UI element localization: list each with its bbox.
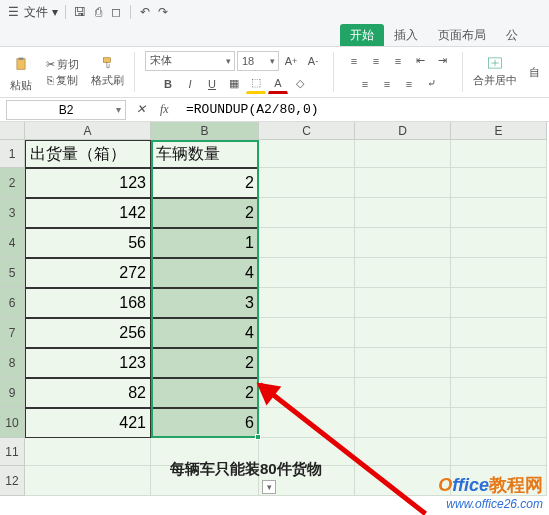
cell-c2[interactable] <box>259 168 355 198</box>
cell-e10[interactable] <box>451 408 547 438</box>
col-head-a[interactable]: A <box>25 122 151 140</box>
row-head-12[interactable]: 12 <box>0 466 25 496</box>
redo-icon[interactable]: ↷ <box>156 5 170 19</box>
font-color-icon[interactable]: A <box>268 74 288 94</box>
cell-c3[interactable] <box>259 198 355 228</box>
border-icon[interactable]: ▦ <box>224 74 244 94</box>
align-bottom-icon[interactable]: ≡ <box>388 51 408 71</box>
save-icon[interactable]: 🖫 <box>73 5 87 19</box>
formula-input[interactable] <box>180 102 549 117</box>
cell-e1[interactable] <box>451 140 547 168</box>
cell-a1[interactable]: 出货量（箱） <box>25 140 151 168</box>
print-icon[interactable]: ⎙ <box>91 5 105 19</box>
tab-start[interactable]: 开始 <box>340 24 384 46</box>
autofill-options-icon[interactable]: ▾ <box>262 480 276 494</box>
indent-right-icon[interactable]: ⇥ <box>432 51 452 71</box>
align-center-icon[interactable]: ≡ <box>377 74 397 94</box>
undo-icon[interactable]: ↶ <box>138 5 152 19</box>
cell-a11[interactable] <box>25 438 151 466</box>
cell-c5[interactable] <box>259 258 355 288</box>
cell-d4[interactable] <box>355 228 451 258</box>
col-head-e[interactable]: E <box>451 122 547 140</box>
preview-icon[interactable]: ◻ <box>109 5 123 19</box>
cell-a6[interactable]: 168 <box>25 288 151 318</box>
cell-d7[interactable] <box>355 318 451 348</box>
row-head-3[interactable]: 3 <box>0 198 25 228</box>
file-menu[interactable]: 文件 <box>24 4 48 21</box>
align-top-icon[interactable]: ≡ <box>344 51 364 71</box>
cell-a2[interactable]: 123 <box>25 168 151 198</box>
font-name-select[interactable]: 宋体▾ <box>145 51 235 71</box>
fx-icon[interactable]: fx <box>160 102 176 118</box>
wrap-text-icon[interactable]: ⤶ <box>421 74 441 94</box>
cell-c7[interactable] <box>259 318 355 348</box>
cell-e11[interactable] <box>451 438 547 466</box>
row-head-7[interactable]: 7 <box>0 318 25 348</box>
menu-icon[interactable]: ☰ <box>6 5 20 19</box>
cell-d5[interactable] <box>355 258 451 288</box>
cell-d8[interactable] <box>355 348 451 378</box>
bold-icon[interactable]: B <box>158 74 178 94</box>
cell-d11[interactable] <box>355 438 451 466</box>
font-size-select[interactable]: 18▾ <box>237 51 279 71</box>
row-head-11[interactable]: 11 <box>0 438 25 466</box>
cell-e5[interactable] <box>451 258 547 288</box>
col-head-c[interactable]: C <box>259 122 355 140</box>
row-head-10[interactable]: 10 <box>0 408 25 438</box>
cell-c8[interactable] <box>259 348 355 378</box>
row-head-2[interactable]: 2 <box>0 168 25 198</box>
cell-b5[interactable]: 4 <box>151 258 259 288</box>
cell-d1[interactable] <box>355 140 451 168</box>
cell-a9[interactable]: 82 <box>25 378 151 408</box>
clear-format-icon[interactable]: ◇ <box>290 74 310 94</box>
cell-a7[interactable]: 256 <box>25 318 151 348</box>
cell-a3[interactable]: 142 <box>25 198 151 228</box>
tab-formula[interactable]: 公 <box>496 24 528 46</box>
cut-icon[interactable]: ✂ <box>46 58 55 71</box>
cell-d6[interactable] <box>355 288 451 318</box>
decrease-font-icon[interactable]: A- <box>303 51 323 71</box>
name-box[interactable]: B2 ▾ <box>6 100 126 120</box>
cell-e2[interactable] <box>451 168 547 198</box>
indent-left-icon[interactable]: ⇤ <box>410 51 430 71</box>
dropdown-caret[interactable]: ▾ <box>52 5 58 19</box>
cell-b2[interactable]: 2 <box>151 168 259 198</box>
cell-b6[interactable]: 3 <box>151 288 259 318</box>
italic-icon[interactable]: I <box>180 74 200 94</box>
cell-b9[interactable]: 2 <box>151 378 259 408</box>
increase-font-icon[interactable]: A+ <box>281 51 301 71</box>
cell-d3[interactable] <box>355 198 451 228</box>
row-head-4[interactable]: 4 <box>0 228 25 258</box>
cell-e6[interactable] <box>451 288 547 318</box>
tab-layout[interactable]: 页面布局 <box>428 24 496 46</box>
cell-b1[interactable]: 车辆数量 <box>151 140 259 168</box>
align-left-icon[interactable]: ≡ <box>355 74 375 94</box>
col-head-d[interactable]: D <box>355 122 451 140</box>
tab-insert[interactable]: 插入 <box>384 24 428 46</box>
cell-b3[interactable]: 2 <box>151 198 259 228</box>
cell-d2[interactable] <box>355 168 451 198</box>
fill-color-icon[interactable]: ⬚ <box>246 74 266 94</box>
cell-e8[interactable] <box>451 348 547 378</box>
cell-d10[interactable] <box>355 408 451 438</box>
row-head-5[interactable]: 5 <box>0 258 25 288</box>
col-head-b[interactable]: B <box>151 122 259 140</box>
cell-c4[interactable] <box>259 228 355 258</box>
select-all-corner[interactable] <box>0 122 25 140</box>
row-head-1[interactable]: 1 <box>0 140 25 168</box>
cell-e7[interactable] <box>451 318 547 348</box>
cell-d9[interactable] <box>355 378 451 408</box>
paste-icon[interactable] <box>8 51 34 77</box>
cell-e4[interactable] <box>451 228 547 258</box>
cell-b4[interactable]: 1 <box>151 228 259 258</box>
cell-c6[interactable] <box>259 288 355 318</box>
cell-a10[interactable]: 421 <box>25 408 151 438</box>
cell-a12[interactable] <box>25 466 151 496</box>
cell-e9[interactable] <box>451 378 547 408</box>
align-middle-icon[interactable]: ≡ <box>366 51 386 71</box>
row-head-6[interactable]: 6 <box>0 288 25 318</box>
cell-a4[interactable]: 56 <box>25 228 151 258</box>
cell-b7[interactable]: 4 <box>151 318 259 348</box>
fill-handle[interactable] <box>255 434 261 440</box>
cell-a5[interactable]: 272 <box>25 258 151 288</box>
